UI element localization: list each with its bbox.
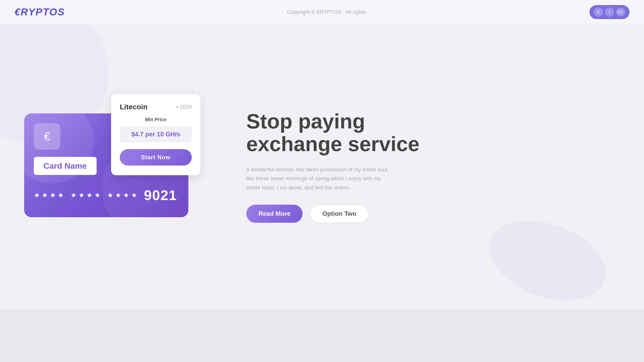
description-text: A wonderful serenity has taken possessio… (246, 165, 391, 192)
header: €RYPTOS Copyright © €RYPTOS . All rights… (0, 0, 644, 24)
option-two-button[interactable]: Option Two (310, 204, 369, 223)
card-name-badge: Card Name (34, 157, 96, 175)
card-stars-2: ★★★★ (70, 191, 102, 199)
widget-min-price-label: Min Price (120, 117, 192, 122)
price-value: $4.7 per 10 GH/s (131, 131, 180, 138)
headline-line1: Stop paying (246, 110, 365, 133)
card-number-row: ★★★★ ★★★★ ★★★★ 9021 (34, 187, 179, 203)
social-icons-group: 𝕏 f G+ (590, 5, 630, 19)
text-section: Stop paying exchange service A wonderful… (222, 110, 620, 223)
bottom-bar (0, 309, 644, 362)
card-name-text: Card Name (44, 161, 87, 170)
widget-year: 2018 (176, 104, 192, 110)
twitter-icon[interactable]: 𝕏 (594, 7, 603, 17)
price-box: $4.7 per 10 GH/s (120, 126, 192, 142)
read-more-button[interactable]: Read More (246, 205, 302, 223)
card-stars-3: ★★★★ (107, 191, 139, 199)
widget-title: Litecoin (120, 103, 148, 111)
euro-icon: € (44, 130, 50, 143)
card-stars-1: ★★★★ (34, 191, 66, 199)
copyright-text: Copyright © €RYPTOS . All rights. (287, 9, 367, 15)
card-section: € Card Name ★★★★ ★★★★ ★★★★ 9021 Litecoin… (24, 94, 222, 239)
card-icon-box: € (34, 123, 60, 150)
headline-line2: exchange service (246, 132, 420, 155)
headline: Stop paying exchange service (246, 110, 620, 155)
main-content: € Card Name ★★★★ ★★★★ ★★★★ 9021 Litecoin… (0, 24, 644, 309)
litecoin-widget: Litecoin 2018 Min Price $4.7 per 10 GH/s… (111, 94, 200, 175)
start-now-button[interactable]: Start Now (120, 149, 192, 166)
facebook-icon[interactable]: f (605, 7, 614, 17)
logo[interactable]: €RYPTOS (14, 6, 65, 18)
widget-header: Litecoin 2018 (120, 103, 192, 111)
card-digits: 9021 (144, 187, 177, 203)
cta-buttons: Read More Option Two (246, 204, 620, 223)
google-icon[interactable]: G+ (616, 7, 625, 17)
